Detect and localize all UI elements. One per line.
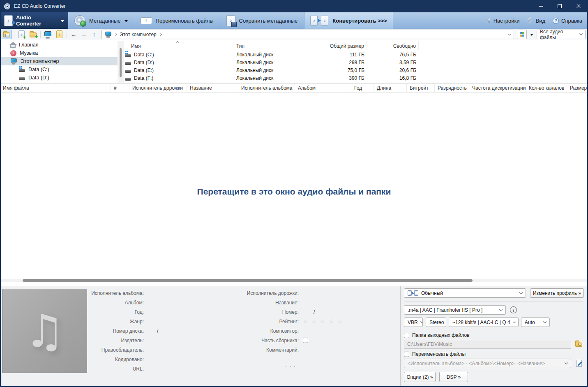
tree-item-music[interactable]: Музыка <box>0 49 118 57</box>
drive-icon <box>19 77 25 80</box>
toolbar-divider <box>40 31 41 38</box>
horizontal-scrollbar[interactable] <box>0 279 588 282</box>
dsp-button[interactable]: DSP » <box>439 372 468 382</box>
rename-pattern-dropdown[interactable]: <Исполнитель альбома> - <Альбом>\<Номер>… <box>404 359 571 368</box>
compilation-label: Часть сборника: <box>228 338 299 343</box>
maximize-button[interactable] <box>550 0 569 12</box>
titlebar: EZ CD Audio Converter <box>0 0 588 12</box>
window-title: EZ CD Audio Converter <box>14 3 65 9</box>
column-header-sample-rate[interactable]: Частота дискретизации <box>469 84 526 92</box>
music-icon <box>10 50 16 56</box>
column-header-title[interactable]: Название <box>187 84 238 92</box>
album-art-placeholder[interactable]: ♫ <box>2 289 87 373</box>
add-files-button[interactable] <box>16 30 27 39</box>
rename-files-checkbox[interactable] <box>404 352 409 357</box>
metadata-panel: ♫ Исполнитель альбома: Альбом: Год: Жанр… <box>0 286 588 387</box>
output-folder-path-field[interactable]: C:\Users\FDV\Music <box>404 340 571 349</box>
breadcrumb-this-pc[interactable]: Этот компьютер <box>120 32 157 37</box>
tree-item-drive-d[interactable]: Data (D:) <box>0 74 118 82</box>
minimize-button[interactable] <box>531 0 550 12</box>
audio-converter-menu-button[interactable]: Audio Converter <box>0 12 68 29</box>
format-dropdown[interactable]: .m4a | AAC | Fraunhofer IIS [ Pro ] <box>404 305 506 315</box>
home-folder-button[interactable] <box>2 30 12 39</box>
view-mode-button[interactable] <box>517 30 527 39</box>
view-button[interactable]: Вид <box>527 18 545 24</box>
genre-label: Жанр: <box>90 319 144 324</box>
output-folder-checkbox[interactable] <box>404 333 409 338</box>
track-number-field[interactable]: / <box>299 309 315 315</box>
tree-item-this-pc[interactable]: Этот компьютер <box>0 57 118 65</box>
computer-button[interactable] <box>43 30 53 39</box>
close-button[interactable] <box>569 0 588 12</box>
chevron-down-icon <box>512 320 516 323</box>
column-header-filename[interactable]: Имя файла <box>0 84 111 92</box>
back-button[interactable]: ← <box>69 30 78 39</box>
music-files-button[interactable] <box>54 30 65 39</box>
format-info-icon[interactable] <box>510 306 517 313</box>
help-button[interactable]: Справка <box>553 18 582 24</box>
disc-number-field[interactable]: / <box>144 328 160 334</box>
column-header-bitrate[interactable]: Битрейт <box>407 84 435 92</box>
view-mode-dropdown[interactable] <box>528 30 535 39</box>
column-header-album-artist[interactable]: Исполнитель альбома <box>238 84 295 92</box>
sample-rate-value: Auto <box>525 320 535 325</box>
drive-size: 111 ГБ <box>324 51 367 58</box>
settings-divider <box>404 301 583 301</box>
compilation-checkbox[interactable] <box>303 338 308 343</box>
settings-button[interactable]: Настройки <box>485 18 520 24</box>
edit-pattern-button[interactable] <box>574 359 584 368</box>
toolbar-divider <box>14 31 14 38</box>
options-button[interactable]: Опции (2) » <box>404 372 436 382</box>
track-list-pane[interactable]: Имя файла # Исполнитель дорожки Название… <box>0 84 588 286</box>
column-header-bit-depth[interactable]: Разрядность <box>435 84 469 92</box>
audio-converter-label: Audio Converter <box>16 14 58 27</box>
rating-stars[interactable]: ☆ ☆ ☆ ☆ ☆ <box>299 318 344 324</box>
profile-dropdown[interactable]: Обычный <box>404 288 526 298</box>
tree-item-home[interactable]: Главная <box>0 41 118 49</box>
scrollbar-thumb[interactable] <box>23 279 473 282</box>
column-header-year[interactable]: Год <box>351 84 374 92</box>
hammer-icon <box>527 18 533 24</box>
tree-item-drive-c[interactable]: Data (C:) <box>0 65 118 74</box>
bitrate-dropdown[interactable]: ~128 kbit/s | AAC-LC | Q 4 <box>449 317 519 327</box>
tools-icon <box>485 18 491 24</box>
drop-files-hint: Перетащите в это окно аудио файлы и папк… <box>0 187 588 197</box>
rename-files-checkbox-row[interactable]: Переименовать файлы <box>404 351 466 357</box>
drive-row-e[interactable]: Data (E:) Локальный диск 75,0 ГБ 20,6 ГБ <box>124 66 588 74</box>
forward-button[interactable]: → <box>79 30 88 39</box>
music-note-icon: ♫ <box>24 308 65 354</box>
convert-button[interactable]: Конвертировать >>> <box>304 12 393 29</box>
drive-row-d[interactable]: Data (D:) Локальный диск 298 ГБ 3,59 ГБ <box>124 58 588 66</box>
drive-row-f[interactable]: Data (F:) Локальный диск 390 ГБ 16,8 ГБ <box>124 74 588 82</box>
browse-folder-button[interactable] <box>574 340 584 349</box>
edit-profile-button[interactable]: Изменить профиль » <box>530 288 584 298</box>
drive-list: Имя Тип Общий размер Свободно Data (C:) … <box>124 41 588 83</box>
column-header-channels[interactable]: Кол-во каналов <box>526 84 567 92</box>
column-header-size[interactable]: Общий размер <box>324 41 367 50</box>
sample-rate-dropdown[interactable]: Auto <box>521 317 550 327</box>
metadata-button[interactable]: Метаданные <box>68 12 134 29</box>
scrollbar-thumb[interactable] <box>120 48 122 77</box>
bitrate-mode-dropdown[interactable]: VBR <box>404 317 423 327</box>
column-header-number[interactable]: # <box>111 84 129 92</box>
tree-scrollbar[interactable] <box>118 41 124 83</box>
rename-files-button[interactable]: Переименовать файлы <box>134 12 220 29</box>
address-bar[interactable]: Этот компьютер <box>101 30 514 39</box>
output-folder-checkbox-row[interactable]: Папка выходных файлов <box>404 332 470 338</box>
save-metadata-button[interactable]: Сохранить метаданные <box>220 12 304 29</box>
drive-row-c[interactable]: Data (C:) Локальный диск 111 ГБ 76,5 ГБ <box>124 51 588 58</box>
drive-size: 298 ГБ <box>324 58 367 66</box>
add-folder-button[interactable] <box>28 30 38 39</box>
column-header-free[interactable]: Свободно <box>367 41 419 50</box>
file-filter-dropdown[interactable]: Все аудио файлы <box>537 30 586 39</box>
column-header-type[interactable]: Тип <box>233 41 324 50</box>
track-artist-label: Исполнитель дорожки: <box>228 290 299 296</box>
bitrate-value: ~128 kbit/s | AAC-LC | Q 4 <box>452 320 510 325</box>
column-header-size[interactable]: Размер <box>567 84 588 92</box>
address-dropdown-icon[interactable] <box>508 32 511 35</box>
column-header-track-artist[interactable]: Исполнитель дорожки <box>129 84 187 92</box>
up-button[interactable]: ↑ <box>90 30 99 39</box>
column-header-album[interactable]: Альбом <box>295 84 351 92</box>
column-header-length[interactable]: Длина <box>374 84 407 92</box>
channels-dropdown[interactable]: Stereo <box>426 317 446 327</box>
